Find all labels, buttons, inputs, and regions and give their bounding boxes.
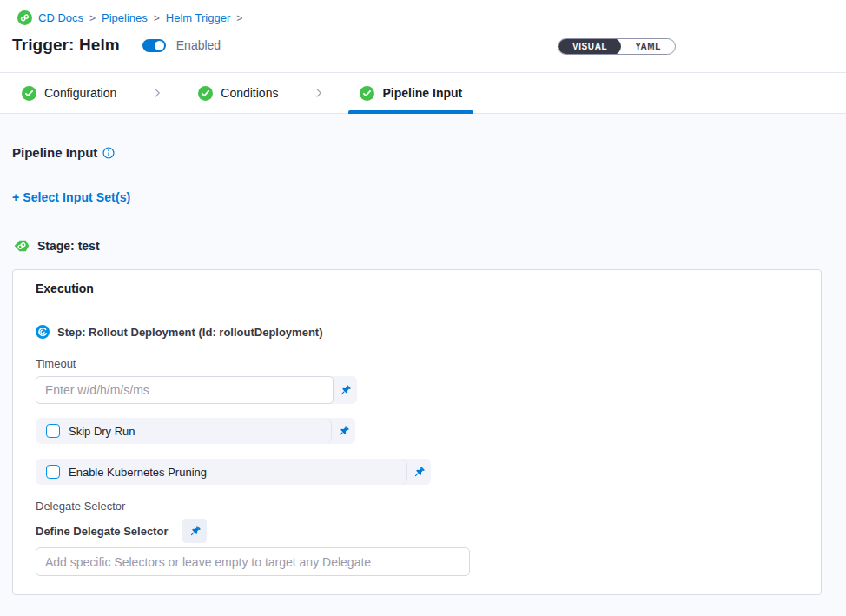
yaml-mode-button[interactable]: YAML [621, 38, 675, 55]
cd-module-icon [17, 10, 32, 25]
breadcrumb-separator: > [89, 12, 96, 24]
page-header: CD Docs > Pipelines > Helm Trigger > Tri… [0, 0, 846, 73]
skip-dry-run-option[interactable]: Skip Dry Run [36, 418, 332, 444]
execution-card: Execution Step: Rollout Deployment (Id: … [12, 269, 822, 595]
breadcrumb-link-pipelines[interactable]: Pipelines [102, 11, 148, 24]
page-title: Trigger: Helm [12, 36, 120, 55]
title-row: Trigger: Helm Enabled [12, 36, 834, 55]
breadcrumb-link-helm-trigger[interactable]: Helm Trigger [166, 11, 230, 24]
stage-row: Stage: test [12, 238, 834, 254]
skip-dry-run-row: Skip Dry Run [36, 418, 355, 444]
check-circle-icon [198, 86, 213, 101]
check-circle-icon [22, 86, 36, 101]
section-title: Pipeline Input [12, 145, 97, 160]
chevron-right-icon [314, 88, 324, 98]
breadcrumb-separator: > [154, 12, 160, 24]
tab-conditions[interactable]: Conditions [187, 73, 289, 113]
visual-yaml-switch: VISUAL YAML [558, 38, 676, 55]
section-title-row: Pipeline Input [12, 114, 834, 160]
enable-kubernetes-pruning-checkbox[interactable] [46, 465, 60, 479]
select-input-sets-link[interactable]: + Select Input Set(s) [12, 190, 130, 204]
info-icon[interactable] [102, 147, 115, 159]
pin-icon[interactable] [334, 376, 357, 404]
active-tab-underline [348, 110, 473, 114]
check-circle-icon [360, 86, 374, 101]
delegate-selector-label: Delegate Selector [36, 500, 798, 513]
enable-kubernetes-pruning-option[interactable]: Enable Kubernetes Pruning [36, 459, 407, 485]
timeout-field-group [36, 376, 357, 404]
delegate-selectors-input[interactable] [36, 547, 470, 576]
tab-label: Conditions [221, 86, 278, 100]
toggle-knob [155, 41, 164, 50]
checkbox-label: Skip Dry Run [69, 425, 135, 438]
tab-label: Configuration [44, 86, 116, 100]
execution-card-title: Execution [36, 282, 798, 295]
rollout-step-icon [36, 325, 50, 339]
checkbox-label: Enable Kubernetes Pruning [69, 466, 207, 479]
enabled-toggle-label: Enabled [176, 38, 221, 52]
timeout-input[interactable] [36, 376, 334, 404]
stage-label: Stage: test [37, 239, 100, 253]
define-delegate-selector-label: Define Delegate Selector [36, 525, 168, 538]
define-delegate-selector-row: Define Delegate Selector [36, 519, 798, 543]
tab-configuration[interactable]: Configuration [10, 73, 128, 113]
app-window: CD Docs > Pipelines > Helm Trigger > Tri… [0, 0, 846, 616]
skip-dry-run-checkbox[interactable] [46, 424, 60, 438]
pin-icon[interactable] [182, 519, 207, 543]
visual-mode-button[interactable]: VISUAL [558, 38, 621, 55]
tab-label: Pipeline Input [382, 86, 462, 100]
cd-stage-icon [14, 238, 30, 254]
pipeline-input-panel: Pipeline Input + Select Input Set(s) Sta… [0, 114, 846, 616]
step-row: Step: Rollout Deployment (Id: rolloutDep… [36, 325, 798, 339]
tab-pipeline-input[interactable]: Pipeline Input [348, 73, 473, 113]
enable-kubernetes-pruning-row: Enable Kubernetes Pruning [36, 459, 431, 485]
wizard-tabbar: Configuration Conditions Pipeline Input [0, 73, 846, 114]
pin-icon[interactable] [332, 418, 355, 444]
pin-icon[interactable] [407, 459, 431, 485]
timeout-label: Timeout [36, 357, 798, 370]
breadcrumb-link-cd-docs[interactable]: CD Docs [38, 11, 83, 24]
enabled-toggle[interactable] [142, 39, 166, 52]
breadcrumb-separator: > [236, 12, 242, 24]
breadcrumb: CD Docs > Pipelines > Helm Trigger > [12, 10, 834, 25]
chevron-right-icon [152, 88, 162, 98]
step-label: Step: Rollout Deployment (Id: rolloutDep… [57, 326, 323, 339]
